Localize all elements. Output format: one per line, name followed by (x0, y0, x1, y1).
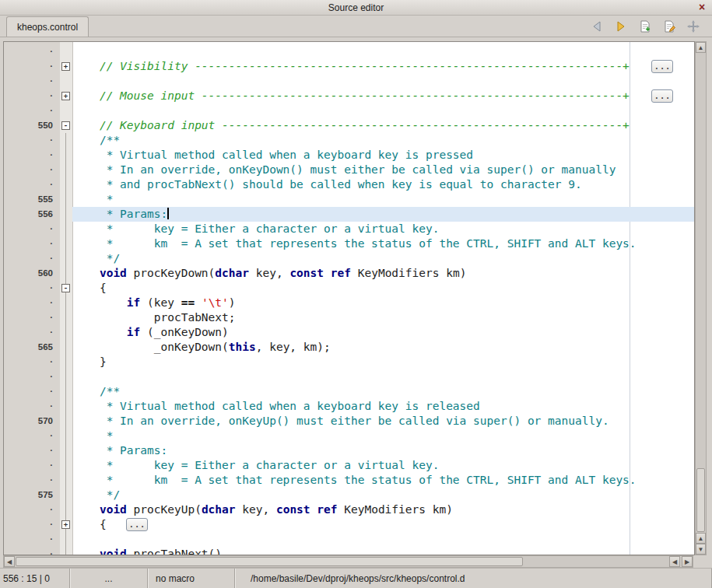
scroll-up-button-2[interactable]: ▲ (696, 533, 706, 544)
fold-toggle-icon[interactable]: + (61, 62, 70, 71)
code-text[interactable] (72, 44, 694, 59)
code-line[interactable]: 556 * Params: (4, 207, 694, 222)
scroll-right-button[interactable]: ▶ (682, 556, 693, 567)
code-line[interactable]: ·+ // Visibility -----------------------… (4, 59, 694, 74)
code-line[interactable]: · } (4, 355, 694, 369)
code-line[interactable]: · (4, 103, 694, 118)
code-text[interactable] (72, 103, 694, 118)
code-line[interactable]: 575 */ (4, 488, 694, 502)
line-number: · (4, 89, 60, 103)
tab-kheops-control[interactable]: kheops.control (6, 16, 89, 37)
back-button[interactable] (589, 19, 605, 34)
code-text[interactable]: * In an override, onKeyUp() must either … (72, 414, 694, 429)
code-line[interactable]: · (4, 74, 694, 89)
code-text[interactable]: * Virtual method called when a keyboard … (72, 399, 694, 414)
code-text[interactable]: * key = Either a character or a virtual … (72, 458, 694, 473)
code-text[interactable]: if (_onKeyDown) (72, 325, 694, 340)
fold-margin-cell (60, 207, 72, 222)
code-text[interactable]: */ (72, 488, 694, 502)
fold-toggle-icon[interactable]: - (61, 121, 70, 130)
fold-toggle-icon[interactable]: + (61, 520, 70, 529)
code-line[interactable]: 570 * In an override, onKeyUp() must eit… (4, 414, 694, 429)
code-line[interactable]: · * key = Either a character or a virtua… (4, 222, 694, 236)
code-line[interactable]: · void procKeyUp(dchar key, const ref Ke… (4, 502, 694, 517)
fold-ellipsis-box[interactable]: ... (651, 60, 673, 73)
scroll-left-button[interactable]: ◀ (4, 556, 15, 567)
code-line[interactable]: · /** (4, 384, 694, 399)
code-line[interactable]: · (4, 532, 694, 547)
code-line[interactable]: · * Virtual method called when a keyboar… (4, 148, 694, 163)
code-line[interactable]: 555 * (4, 192, 694, 207)
code-line[interactable]: ·+ {... (4, 517, 694, 532)
code-text[interactable]: * Params: (72, 207, 694, 222)
code-line[interactable]: · if (_onKeyDown) (4, 325, 694, 340)
code-line[interactable]: · * km = A set that represents the statu… (4, 236, 694, 251)
close-button[interactable]: × (696, 1, 708, 13)
horizontal-scrollbar[interactable]: ◀ ◀ ▶ (3, 555, 693, 568)
code-text[interactable]: * Params: (72, 443, 694, 458)
code-text[interactable] (72, 532, 694, 547)
fold-margin-cell (60, 163, 72, 177)
code-line[interactable]: · if (key == '\t') (4, 296, 694, 310)
detach-button[interactable] (686, 19, 701, 34)
code-text[interactable]: */ (72, 251, 694, 266)
code-text[interactable]: * key = Either a character or a virtual … (72, 222, 694, 236)
fold-ellipsis-box[interactable]: ... (651, 89, 673, 103)
fold-toggle-icon[interactable]: - (61, 284, 70, 292)
code-line[interactable]: · * km = A set that represents the statu… (4, 473, 694, 488)
code-text[interactable]: {... (72, 517, 694, 532)
code-line[interactable]: · (4, 44, 694, 59)
code-text[interactable]: * Virtual method called when a keyboard … (72, 148, 694, 163)
scroll-up-button[interactable]: ▲ (696, 42, 706, 53)
code-text[interactable]: if (key == '\t') (72, 296, 694, 310)
code-text[interactable]: _onKeyDown(this, key, km); (72, 340, 694, 355)
fold-ellipsis-box[interactable]: ... (126, 518, 148, 531)
code-line[interactable]: · * Virtual method called when a keyboar… (4, 399, 694, 414)
code-text[interactable]: // Mouse input -------------------------… (72, 89, 694, 103)
code-line[interactable]: 550- // Keyboard input -----------------… (4, 118, 694, 133)
code-line[interactable]: · void procTabNext() (4, 547, 694, 555)
vertical-scrollbar[interactable]: ▲ ▲ ▼ (695, 41, 707, 555)
code-text[interactable]: // Visibility --------------------------… (72, 59, 694, 74)
forward-button[interactable] (613, 19, 629, 34)
code-text[interactable]: procTabNext; (72, 310, 694, 325)
code-text[interactable]: * (72, 429, 694, 443)
code-text[interactable]: } (72, 355, 694, 369)
code-line[interactable]: · * and procTabNext() should be called w… (4, 177, 694, 192)
code-line[interactable]: ·- { (4, 281, 694, 296)
code-text[interactable]: void procKeyUp(dchar key, const ref KeyM… (72, 502, 694, 517)
code-line[interactable]: · * Params: (4, 443, 694, 458)
code-text[interactable]: { (72, 281, 694, 296)
code-text[interactable] (72, 74, 694, 89)
code-line[interactable]: · /** (4, 133, 694, 148)
code-line[interactable]: 560 void procKeyDown(dchar key, const re… (4, 266, 694, 281)
code-text[interactable]: * (72, 192, 694, 207)
code-text[interactable]: /** (72, 133, 694, 148)
scroll-down-icon: ▼ (698, 546, 704, 553)
code-line[interactable]: · * (4, 429, 694, 443)
code-line[interactable]: 565 _onKeyDown(this, key, km); (4, 340, 694, 355)
code-line[interactable]: · (4, 369, 694, 384)
code-line[interactable]: · * key = Either a character or a virtua… (4, 458, 694, 473)
fold-toggle-icon[interactable]: + (61, 92, 70, 100)
horizontal-scroll-thumb[interactable] (16, 557, 523, 566)
editor[interactable]: ··+ // Visibility ----------------------… (3, 41, 695, 555)
code-line[interactable]: · procTabNext; (4, 310, 694, 325)
code-line[interactable]: ·+ // Mouse input ----------------------… (4, 89, 694, 103)
code-text[interactable]: void procKeyDown(dchar key, const ref Ke… (72, 266, 694, 281)
code-text[interactable]: * km = A set that represents the status … (72, 236, 694, 251)
code-text[interactable]: /** (72, 384, 694, 399)
code-line[interactable]: · * In an override, onKeyDown() must eit… (4, 163, 694, 177)
code-text[interactable]: * In an override, onKeyDown() must eithe… (72, 163, 694, 177)
scroll-left-button-2[interactable]: ◀ (669, 556, 680, 567)
code-text[interactable]: * km = A set that represents the status … (72, 473, 694, 488)
code-text[interactable]: void procTabNext() (72, 547, 694, 555)
code-text[interactable] (72, 369, 694, 384)
scroll-down-button[interactable]: ▼ (696, 544, 706, 555)
save-button[interactable] (637, 19, 653, 34)
save-as-button[interactable] (661, 19, 677, 34)
vertical-scroll-thumb[interactable] (696, 468, 705, 532)
code-text[interactable]: // Keyboard input ----------------------… (72, 118, 694, 133)
code-text[interactable]: * and procTabNext() should be called whe… (72, 177, 694, 192)
code-line[interactable]: · */ (4, 251, 694, 266)
